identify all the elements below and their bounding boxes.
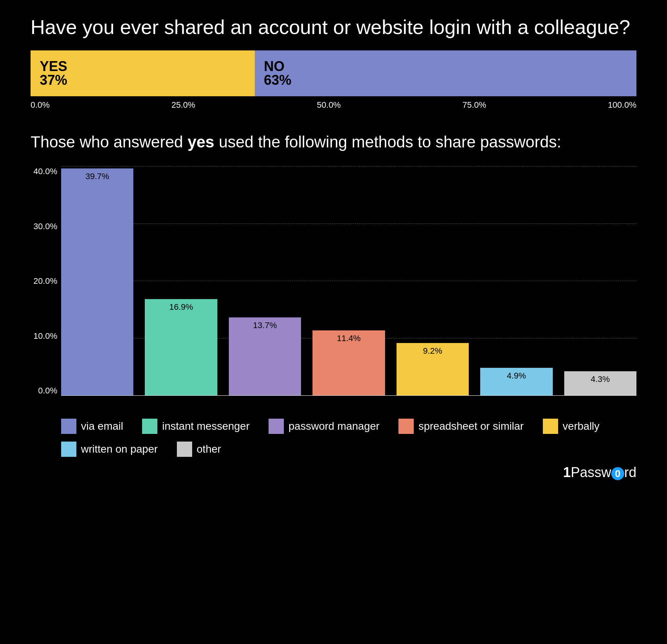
bar-spreadsheet: 11.4% (312, 330, 385, 396)
axis-0: 0.0% (31, 100, 50, 110)
chart-area: 0.0% 10.0% 20.0% 30.0% 40.0% 39.7% (61, 167, 636, 396)
x-axis-line (61, 395, 636, 396)
legend-swatch-spreadsheet (398, 419, 414, 434)
axis-25: 25.0% (172, 100, 195, 110)
brand-password2: rd (624, 464, 636, 480)
legend-item-verbally: verbally (543, 419, 599, 434)
yes-label: YES (40, 60, 255, 73)
bar-verbally: 9.2% (397, 343, 469, 396)
y-label-30: 30.0% (31, 222, 57, 231)
y-label-10: 10.0% (31, 331, 57, 341)
y-axis: 0.0% 10.0% 20.0% 30.0% 40.0% (31, 167, 57, 396)
bar-paper: 4.9% (480, 368, 552, 396)
brand-password: Passw (571, 464, 611, 480)
bar-col-other: 4.3% (564, 167, 636, 396)
legend-swatch-paper (61, 442, 76, 457)
bar-pwmanager: 13.7% (229, 317, 301, 396)
bar-chart-container: 0.0% 10.0% 20.0% 30.0% 40.0% 39.7% (31, 167, 636, 396)
legend-item-email: via email (61, 419, 123, 434)
legend-label-verbally: verbally (563, 420, 599, 432)
y-label-0: 0.0% (31, 386, 57, 396)
bar-other: 4.3% (564, 371, 636, 396)
legend-label-messenger: instant messenger (162, 420, 249, 432)
legend-swatch-verbally (543, 419, 558, 434)
top-axis: 0.0% 25.0% 50.0% 75.0% 100.0% (31, 100, 636, 110)
bar-value-pwmanager: 13.7% (253, 320, 277, 330)
bar-value-messenger: 16.9% (169, 302, 193, 312)
bar-col-messenger: 16.9% (145, 167, 217, 396)
legend-item-pwmanager: password manager (269, 419, 379, 434)
axis-75: 75.0% (462, 100, 486, 110)
main-title: Have you ever shared an account or websi… (31, 15, 636, 39)
brand-zero: 0 (611, 467, 624, 480)
legend: via email instant messenger password man… (61, 419, 636, 457)
bar-value-email: 39.7% (86, 172, 109, 181)
top-chart: YES 37% NO 63% 0.0% 25.0% 50.0% 75.0% 10… (31, 50, 636, 110)
legend-label-paper: written on paper (81, 443, 158, 455)
bar-col-email: 39.7% (61, 167, 133, 396)
y-label-40: 40.0% (31, 167, 57, 176)
no-pct: 63% (264, 73, 636, 87)
legend-label-pwmanager: password manager (288, 420, 379, 432)
top-bar: YES 37% NO 63% (31, 50, 636, 96)
axis-100: 100.0% (608, 100, 636, 110)
yes-bar: YES 37% (31, 50, 255, 96)
bar-value-other: 4.3% (591, 374, 610, 384)
subtitle: Those who answered yes used the followin… (31, 133, 636, 151)
bar-col-verbally: 9.2% (397, 167, 469, 396)
bar-value-spreadsheet: 11.4% (337, 333, 361, 343)
no-bar: NO 63% (255, 50, 636, 96)
legend-item-paper: written on paper (61, 442, 158, 457)
legend-label-email: via email (81, 420, 123, 432)
legend-swatch-messenger (142, 419, 157, 434)
legend-label-spreadsheet: spreadsheet or similar (418, 420, 523, 432)
legend-swatch-pwmanager (269, 419, 284, 434)
bar-value-verbally: 9.2% (423, 346, 442, 356)
bar-email: 39.7% (61, 168, 133, 396)
bar-col-paper: 4.9% (480, 167, 552, 396)
legend-swatch-email (61, 419, 76, 434)
legend-item-messenger: instant messenger (142, 419, 249, 434)
yes-pct: 37% (40, 73, 255, 87)
no-label: NO (264, 60, 636, 73)
top-bar-wrapper: YES 37% NO 63% (31, 50, 636, 96)
bar-col-pwmanager: 13.7% (229, 167, 301, 396)
bar-value-paper: 4.9% (507, 371, 526, 381)
brand-one: 1 (563, 464, 571, 480)
bars-row: 39.7% 16.9% 13.7% 11.4% (61, 167, 636, 396)
legend-item-spreadsheet: spreadsheet or similar (398, 419, 523, 434)
legend-label-other: other (197, 443, 221, 455)
legend-swatch-other (177, 442, 192, 457)
axis-50: 50.0% (317, 100, 341, 110)
branding: 1Passw0rd (31, 464, 636, 481)
bar-col-spreadsheet: 11.4% (312, 167, 385, 396)
legend-item-other: other (177, 442, 221, 457)
y-label-20: 20.0% (31, 276, 57, 286)
bar-messenger: 16.9% (145, 299, 217, 396)
